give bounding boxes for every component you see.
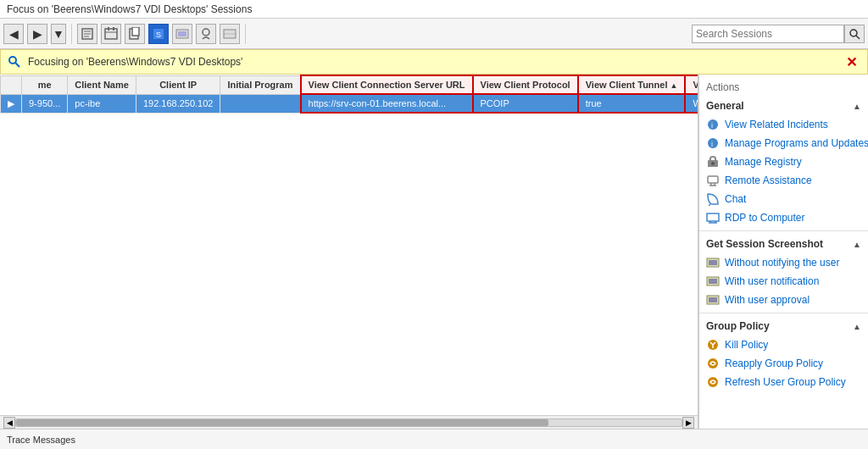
- col-name: me: [22, 75, 68, 94]
- toolbar-btn-3[interactable]: [125, 24, 145, 44]
- table-container[interactable]: me Client Name Client IP Initial Program…: [0, 75, 698, 415]
- action-label: Without notifying the user: [725, 257, 839, 269]
- col-connection-server[interactable]: View Client Connection Server URL: [301, 75, 473, 94]
- svg-point-39: [708, 358, 718, 369]
- svg-rect-6: [113, 27, 114, 30]
- rdp-icon: [706, 211, 720, 224]
- svg-point-14: [203, 29, 209, 36]
- cell-client-type: Windows: [685, 94, 698, 113]
- action-remote-assistance[interactable]: Remote Assistance: [699, 171, 868, 190]
- search-icon: [849, 28, 860, 40]
- remote-assistance-icon: [706, 174, 720, 187]
- svg-point-21: [708, 119, 718, 130]
- collapse-group-policy-icon: ▲: [853, 322, 861, 331]
- toolbar-btn-5[interactable]: [172, 24, 192, 44]
- action-with-user-notification[interactable]: With user notification: [699, 272, 868, 291]
- back-button[interactable]: ◀: [3, 24, 24, 44]
- cell-connection-server: https://srv-con-01.beerens.local...: [301, 94, 473, 113]
- action-label: Manage Programs and Updates: [725, 137, 868, 149]
- action-label: View Related Incidents: [725, 119, 828, 130]
- collapse-general-icon: ▲: [853, 102, 861, 111]
- cell-initial-program: [220, 94, 301, 113]
- svg-rect-33: [709, 260, 717, 265]
- scroll-thumb[interactable]: [16, 419, 548, 426]
- separator-1: [71, 24, 72, 44]
- action-label: Reapply Group Policy: [725, 358, 823, 369]
- svg-rect-9: [132, 27, 139, 36]
- section-general-label: General: [706, 100, 744, 112]
- refresh-policy-icon: [706, 375, 720, 389]
- status-bar: Trace Messages: [0, 429, 868, 449]
- col-tunnel[interactable]: View Client Tunnel ▲: [578, 75, 686, 94]
- right-panel: Actions General ▲ i View Related Inciden…: [698, 75, 868, 429]
- svg-rect-13: [178, 31, 186, 36]
- action-manage-registry[interactable]: Manage Registry: [699, 152, 868, 171]
- table-header: me Client Name Client IP Initial Program…: [1, 75, 698, 94]
- svg-point-26: [711, 162, 715, 165]
- action-label: Refresh User Group Policy: [725, 376, 846, 388]
- svg-rect-28: [707, 213, 719, 221]
- separator-2: [245, 24, 246, 44]
- col-protocol[interactable]: View Client Protocol: [473, 75, 578, 94]
- focus-search-icon: [8, 55, 21, 69]
- toolbar-btn-6[interactable]: [196, 24, 216, 44]
- action-reapply-group-policy[interactable]: Reapply Group Policy: [699, 354, 868, 373]
- svg-text:i: i: [711, 140, 713, 148]
- action-kill-policy[interactable]: Kill Policy: [699, 335, 868, 354]
- horizontal-scrollbar[interactable]: ◀ ▶: [0, 415, 698, 429]
- dropdown-button[interactable]: ▼: [51, 24, 66, 44]
- cell-client-ip: 192.168.250.102: [136, 94, 220, 113]
- scroll-track[interactable]: [15, 419, 682, 427]
- action-with-user-approval[interactable]: With user approval: [699, 291, 868, 309]
- search-input[interactable]: [692, 25, 844, 43]
- svg-line-18: [856, 36, 860, 39]
- action-chat[interactable]: Chat: [699, 190, 868, 208]
- cell-client-name: pc-ibe: [68, 94, 136, 113]
- action-view-related-incidents[interactable]: i View Related Incidents: [699, 115, 868, 134]
- col-client-type[interactable]: View Client Type: [685, 75, 698, 94]
- svg-rect-5: [108, 27, 109, 30]
- screenshot-no-notify-icon: [706, 256, 720, 269]
- svg-line-20: [15, 63, 19, 67]
- col-client-ip: Client IP: [136, 75, 220, 94]
- title-bar: Focus on 'Beerens\Windows7 VDI Desktops'…: [0, 0, 868, 19]
- action-manage-programs[interactable]: i Manage Programs and Updates: [699, 134, 868, 152]
- search-container: [692, 25, 865, 43]
- section-screenshot-header[interactable]: Get Session Screenshot ▲: [699, 235, 868, 253]
- section-group-policy-header[interactable]: Group Policy ▲: [699, 317, 868, 335]
- toolbar-btn-1[interactable]: [77, 24, 97, 44]
- col-client-name: Client Name: [68, 75, 136, 94]
- screenshot-approval-icon: [706, 293, 720, 307]
- action-label: Kill Policy: [725, 339, 768, 351]
- action-label: Chat: [725, 193, 746, 205]
- left-panel: me Client Name Client IP Initial Program…: [0, 75, 698, 429]
- toolbar-btn-2[interactable]: [101, 24, 121, 44]
- svg-point-17: [850, 30, 857, 36]
- action-refresh-user-group-policy[interactable]: Refresh User Group Policy: [699, 373, 868, 391]
- scroll-left-arrow[interactable]: ◀: [3, 417, 15, 429]
- collapse-screenshot-icon: ▲: [853, 240, 861, 249]
- col-initial-program: Initial Program: [220, 75, 301, 94]
- cell-expand: ▶: [1, 94, 22, 113]
- toolbar-btn-7[interactable]: [220, 24, 240, 44]
- toolbar-btn-4[interactable]: S: [148, 24, 169, 44]
- col-expand: [1, 75, 22, 94]
- section-general-header[interactable]: General ▲: [699, 97, 868, 115]
- action-rdp-to-computer[interactable]: RDP to Computer: [699, 208, 868, 227]
- search-button[interactable]: [844, 25, 865, 43]
- svg-text:i: i: [711, 121, 713, 130]
- scroll-right-arrow[interactable]: ▶: [682, 417, 694, 429]
- svg-point-40: [708, 377, 718, 387]
- svg-text:S: S: [156, 30, 161, 39]
- focus-text: Focusing on 'Beerens\Windows7 VDI Deskto…: [28, 56, 836, 68]
- action-label: RDP to Computer: [725, 212, 804, 224]
- action-without-notifying[interactable]: Without notifying the user: [699, 253, 868, 272]
- table-body: ▶ 9-950... pc-ibe 192.168.250.102 https:…: [1, 94, 698, 113]
- main-area: me Client Name Client IP Initial Program…: [0, 75, 868, 429]
- forward-button[interactable]: ▶: [27, 24, 47, 44]
- cell-tunnel: true: [578, 94, 686, 113]
- manage-programs-icon: i: [706, 136, 720, 150]
- svg-point-23: [708, 138, 718, 148]
- focus-close-button[interactable]: ✕: [843, 54, 860, 70]
- table-row[interactable]: ▶ 9-950... pc-ibe 192.168.250.102 https:…: [1, 94, 698, 113]
